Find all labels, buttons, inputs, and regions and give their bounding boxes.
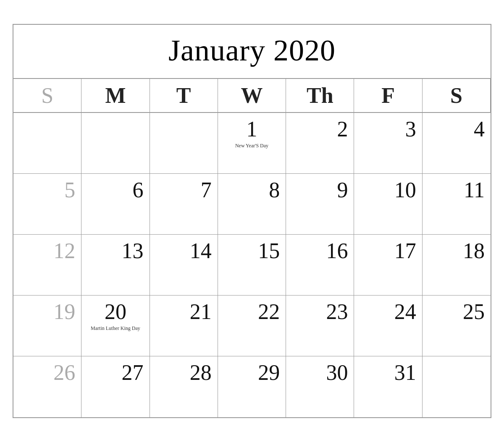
day-cell: 1 New Year'S Day: [218, 113, 286, 174]
holiday-label: Martin Luther King Day: [91, 325, 140, 332]
day-number: 6: [87, 178, 143, 202]
day-number: 26: [19, 361, 75, 384]
day-cell: 27: [81, 356, 150, 417]
empty-cell: [13, 113, 81, 174]
day-cell: 9: [286, 174, 354, 235]
day-number: 15: [224, 239, 280, 263]
day-cell: 26: [13, 356, 81, 417]
day-number: 9: [292, 178, 348, 202]
day-number: 20: [105, 300, 126, 324]
calendar-title: January 2020: [13, 25, 491, 79]
day-header-friday: F: [354, 79, 422, 113]
day-number: 24: [360, 300, 416, 324]
day-number: 25: [428, 300, 485, 324]
day-number: 21: [156, 300, 212, 324]
day-number: 1: [246, 117, 257, 141]
day-number: 10: [360, 178, 416, 202]
day-number: 17: [360, 239, 416, 263]
day-number: 4: [428, 117, 485, 141]
day-cell: 30: [286, 356, 354, 417]
day-cell: 5: [13, 174, 81, 235]
day-cell: 2: [286, 113, 354, 174]
day-cell: 20 Martin Luther King Day: [81, 296, 150, 356]
day-number: 28: [156, 361, 212, 384]
day-cell: 3: [354, 113, 422, 174]
day-cell: 18: [423, 235, 491, 296]
day-number: 19: [19, 300, 75, 324]
day-cell: 31: [354, 356, 422, 417]
day-cell: 22: [218, 296, 286, 356]
day-cell: 6: [81, 174, 150, 235]
day-cell: 13: [81, 235, 150, 296]
empty-cell: [150, 113, 218, 174]
day-number: 12: [19, 239, 75, 263]
day-number: 18: [428, 239, 485, 263]
day-cell: 19: [13, 296, 81, 356]
day-header-sunday: S: [13, 79, 81, 113]
empty-cell: [423, 356, 491, 417]
day-number: 8: [224, 178, 280, 202]
day-cell: 21: [150, 296, 218, 356]
day-cell: 10: [354, 174, 422, 235]
day-cell: 29: [218, 356, 286, 417]
day-number: 29: [224, 361, 280, 384]
day-cell: 4: [423, 113, 491, 174]
calendar: January 2020 SMTWThFS 1 New Year'S Day 2…: [13, 24, 491, 418]
day-number: 22: [224, 300, 280, 324]
day-header-wednesday: W: [218, 79, 286, 113]
day-cell: 8: [218, 174, 286, 235]
day-cell: 7: [150, 174, 218, 235]
day-number: 27: [87, 361, 143, 384]
day-cell: 25: [423, 296, 491, 356]
day-number: 30: [292, 361, 348, 384]
day-number: 2: [292, 117, 348, 141]
day-cell: 23: [286, 296, 354, 356]
day-cell: 14: [150, 235, 218, 296]
day-header-monday: M: [81, 79, 150, 113]
day-number: 11: [428, 178, 485, 202]
day-cell: 17: [354, 235, 422, 296]
day-number: 31: [360, 361, 416, 384]
day-header-saturday: S: [423, 79, 491, 113]
day-number: 5: [19, 178, 75, 202]
day-number: 13: [87, 239, 143, 263]
day-number: 3: [360, 117, 416, 141]
day-number: 7: [156, 178, 212, 202]
day-number: 14: [156, 239, 212, 263]
day-cell: 16: [286, 235, 354, 296]
day-cell: 28: [150, 356, 218, 417]
day-number: 23: [292, 300, 348, 324]
day-header-thursday: Th: [286, 79, 354, 113]
day-header-tuesday: T: [150, 79, 218, 113]
day-cell: 15: [218, 235, 286, 296]
day-number: 16: [292, 239, 348, 263]
day-cell: 12: [13, 235, 81, 296]
calendar-grid: SMTWThFS 1 New Year'S Day 23456789101112…: [13, 79, 491, 417]
day-cell: 11: [423, 174, 491, 235]
day-cell: 24: [354, 296, 422, 356]
empty-cell: [81, 113, 150, 174]
holiday-label: New Year'S Day: [235, 143, 268, 149]
